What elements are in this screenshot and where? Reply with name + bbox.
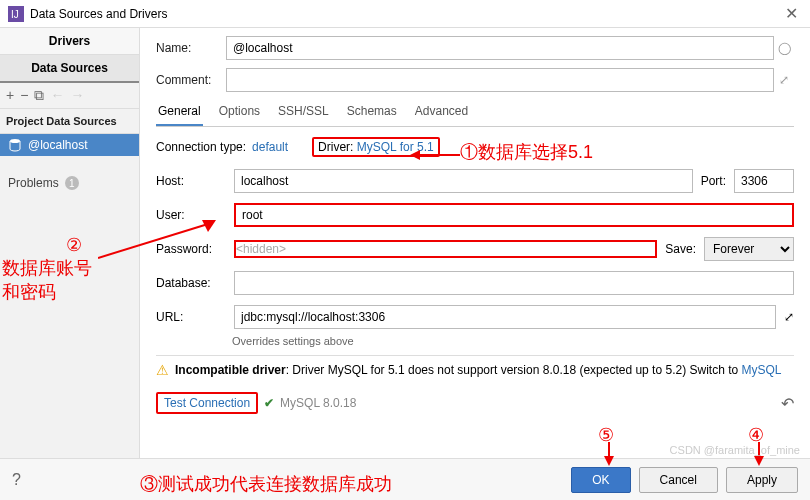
test-version: MySQL 8.0.18 — [280, 396, 356, 410]
close-icon[interactable]: ✕ — [781, 4, 802, 23]
datasource-label: @localhost — [28, 138, 88, 152]
form-tabs: General Options SSH/SSL Schemas Advanced — [156, 100, 794, 127]
svg-point-2 — [10, 139, 20, 143]
tab-advanced[interactable]: Advanced — [413, 100, 470, 126]
cancel-button[interactable]: Cancel — [639, 467, 718, 493]
comment-label: Comment: — [156, 73, 226, 87]
name-label: Name: — [156, 41, 226, 55]
mysql-icon — [8, 138, 22, 152]
apply-button[interactable]: Apply — [726, 467, 798, 493]
test-connection-link[interactable]: Test Connection — [156, 392, 258, 414]
copy-icon[interactable]: ⧉ — [34, 87, 44, 104]
ok-button[interactable]: OK — [571, 467, 630, 493]
footer: ? OK Cancel Apply — [0, 458, 810, 500]
url-expand-icon[interactable]: ⤢ — [784, 310, 794, 324]
password-input[interactable]: <hidden> — [234, 240, 657, 258]
undo-icon[interactable]: ↶ — [781, 394, 794, 413]
sidebar: Drivers Data Sources + − ⧉ ← → Project D… — [0, 28, 140, 458]
warning-bar: ⚠ Incompatible driver: Driver MySQL for … — [156, 355, 794, 384]
problems-item[interactable]: Problems 1 — [0, 156, 139, 194]
nav-back-icon[interactable]: ← — [50, 87, 64, 104]
sidebar-toolbar: + − ⧉ ← → — [0, 83, 139, 109]
tab-drivers[interactable]: Drivers — [0, 28, 139, 55]
url-input[interactable] — [234, 305, 776, 329]
tab-sshssl[interactable]: SSH/SSL — [276, 100, 331, 126]
tab-data-sources[interactable]: Data Sources — [0, 55, 139, 83]
host-input[interactable] — [234, 169, 693, 193]
user-label: User: — [156, 208, 226, 222]
name-input[interactable] — [226, 36, 774, 60]
database-label: Database: — [156, 276, 226, 290]
save-label: Save: — [665, 242, 696, 256]
expand-icon[interactable]: ⤢ — [774, 73, 794, 87]
user-input[interactable] — [234, 203, 794, 227]
tab-schemas[interactable]: Schemas — [345, 100, 399, 126]
problems-count: 1 — [65, 176, 79, 190]
save-select[interactable]: Forever — [704, 237, 794, 261]
host-label: Host: — [156, 174, 226, 188]
problems-label: Problems — [8, 176, 59, 190]
tab-options[interactable]: Options — [217, 100, 262, 126]
datasource-item[interactable]: @localhost — [0, 134, 139, 156]
override-note: Overrides settings above — [232, 335, 794, 347]
content-pane: Name: ◯ Comment: ⤢ General Options SSH/S… — [140, 28, 810, 458]
port-input[interactable] — [734, 169, 794, 193]
database-input[interactable] — [234, 271, 794, 295]
svg-text:IJ: IJ — [11, 9, 19, 20]
driver-link[interactable]: MySQL for 5.1 — [357, 140, 434, 154]
title-bar: IJ Data Sources and Drivers ✕ — [0, 0, 810, 28]
comment-input[interactable] — [226, 68, 774, 92]
remove-icon[interactable]: − — [20, 87, 28, 104]
password-label: Password: — [156, 242, 226, 256]
driver-label: Driver: — [318, 140, 353, 154]
app-icon: IJ — [8, 6, 24, 22]
url-label: URL: — [156, 310, 226, 324]
window-title: Data Sources and Drivers — [30, 7, 781, 21]
name-reset-icon[interactable]: ◯ — [774, 41, 794, 55]
warning-text: : Driver MySQL for 5.1 does not support … — [286, 363, 738, 377]
warning-title: Incompatible driver — [175, 363, 286, 377]
tab-general[interactable]: General — [156, 100, 203, 126]
section-project-ds: Project Data Sources — [0, 109, 139, 134]
conn-type-label: Connection type: — [156, 140, 246, 154]
check-icon: ✔ — [264, 396, 274, 410]
warning-icon: ⚠ — [156, 362, 169, 378]
warning-link[interactable]: MySQL — [742, 363, 782, 377]
add-icon[interactable]: + — [6, 87, 14, 104]
conn-type-link[interactable]: default — [252, 140, 288, 154]
nav-fwd-icon[interactable]: → — [70, 87, 84, 104]
port-label: Port: — [701, 174, 726, 188]
help-icon[interactable]: ? — [12, 471, 21, 489]
watermark: CSDN @faramita_of_mine — [670, 444, 800, 456]
